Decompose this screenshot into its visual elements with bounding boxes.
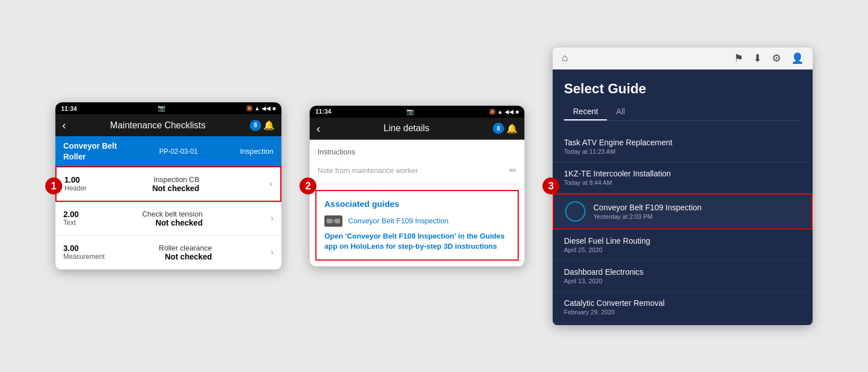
edit-icon[interactable]: ✏: [509, 165, 517, 176]
item-number-2: 2.00: [63, 210, 79, 219]
guide-open-text[interactable]: Open 'Conveyor Belt F109 Inspection' in …: [324, 231, 510, 252]
guide-date-0: Today at 11:23 AM: [564, 148, 801, 155]
settings-icon[interactable]: ⚙: [772, 52, 781, 64]
guide-list-item-5[interactable]: Catalytic Converter Removal February 29,…: [553, 292, 813, 323]
step-label-3: 3: [542, 178, 559, 194]
bell-icon-1[interactable]: 🔔: [263, 120, 275, 131]
guide-list-item-2[interactable]: Conveyor Belt F109 Inspection Yesterday …: [553, 193, 813, 230]
item-type-2: Text: [63, 219, 79, 227]
guide-title-2: Conveyor Belt F109 Inspection: [593, 203, 800, 212]
checklist-item-2[interactable]: 2.00 Text Check belt tension Not checked…: [55, 202, 281, 236]
item-right-2: Check belt tension Not checked: [142, 210, 202, 227]
checklist-item-1[interactable]: 1.00 Header Inspection CB Not checked ›: [55, 166, 281, 202]
instructions-label: Instructions: [310, 140, 524, 159]
guide-date-4: April 13, 2020: [564, 278, 801, 284]
nav-title-2: Line details: [325, 123, 488, 133]
item-left-1: 1.00 Header: [64, 175, 86, 192]
browser-icons: ⚑ ⬇ ⚙ 👤: [734, 52, 804, 64]
phone-screen-1: 11:34 📷 🔕 ▲ ◀◀ ■ ‹ Maintenance Checklist…: [55, 102, 281, 269]
item-type-3: Measurement: [63, 253, 105, 261]
tabs-row: Recent All: [564, 103, 801, 121]
associated-guides-box: Associated guides Conveyor Belt F109 Ins…: [315, 190, 519, 261]
guide-title-3: Diesel Fuel Line Routing: [564, 236, 801, 245]
item-status-2: Not checked: [142, 218, 202, 227]
item-left-2: 2.00 Text: [63, 210, 79, 227]
status-time-2: 11:34: [315, 108, 331, 115]
guide-list-item-3[interactable]: Diesel Fuel Line Routing April 25, 2020: [553, 230, 813, 261]
status-icon-placeholder: 📷: [158, 105, 166, 112]
step-label-2: 2: [300, 178, 316, 194]
user-icon[interactable]: 👤: [791, 52, 804, 64]
guide-date-5: February 29, 2020: [564, 309, 801, 315]
badge-bell-2: 8 🔔: [493, 123, 518, 134]
item-left-3: 3.00 Measurement: [63, 244, 105, 261]
device-name: Conveyor Belt Roller: [63, 141, 117, 161]
status-time-1: 11:34: [61, 105, 77, 112]
guide-list-item-0[interactable]: Task ATV Engine Replacement Today at 11:…: [553, 131, 813, 162]
chevron-icon-3: ›: [271, 247, 274, 257]
item-number-3: 3.00: [63, 244, 105, 253]
line-details-body: Instructions Note from maintenance worke…: [310, 140, 524, 266]
item-name-1: Inspection CB: [152, 175, 199, 184]
item-number-1: 1.00: [64, 175, 86, 184]
select-guide-title: Select Guide: [564, 81, 801, 97]
phone-screen-2: 11:34 📷 🔕 ▲ ◀◀ ■ ‹ Line details 8 🔔: [310, 106, 524, 266]
guide-item[interactable]: Conveyor Belt F109 Inspection: [324, 215, 510, 227]
guide-info-0: Task ATV Engine Replacement Today at 11:…: [564, 138, 801, 155]
step-label-1: 1: [45, 178, 62, 194]
chevron-icon-1: ›: [270, 179, 272, 189]
guide-title-4: Dashboard Electronics: [564, 267, 801, 276]
wifi-icon: ▲: [254, 105, 260, 111]
svg-rect-1: [335, 219, 340, 223]
status-bar-1: 11:34 📷 🔕 ▲ ◀◀ ■: [55, 102, 281, 114]
guide-info-5: Catalytic Converter Removal February 29,…: [564, 299, 801, 315]
item-status-1: Not checked: [152, 184, 199, 193]
item-right-1: Inspection CB Not checked: [152, 175, 199, 193]
battery-icon-2: ■: [515, 109, 519, 115]
guide-date-2: Yesterday at 2:03 PM: [593, 213, 800, 220]
guide-info-1: 1KZ-TE Intercooler Installation Today at…: [564, 169, 801, 186]
item-status-3: Not checked: [159, 252, 212, 261]
guide-title-1: 1KZ-TE Intercooler Installation: [564, 169, 801, 178]
bookmark-icon[interactable]: ⚑: [734, 52, 743, 64]
svg-rect-0: [327, 219, 332, 223]
select-guide-header: Select Guide Recent All: [553, 70, 813, 129]
checklist-item-3[interactable]: 3.00 Measurement Roller clearance Not ch…: [55, 236, 281, 270]
associated-guides-title: Associated guides: [324, 199, 510, 209]
guide-info-2: Conveyor Belt F109 Inspection Yesterday …: [593, 203, 800, 220]
item-right-3: Roller clearance Not checked: [159, 244, 212, 261]
guide-info-3: Diesel Fuel Line Routing April 25, 2020: [564, 236, 801, 253]
back-button-1[interactable]: ‹: [62, 119, 66, 132]
phone-screen-3: ⌂ ⚑ ⬇ ⚙ 👤 Select Guide Recent All: [553, 47, 813, 325]
guide-title-0: Task ATV Engine Replacement: [564, 138, 801, 147]
browser-bar: ⌂ ⚑ ⬇ ⚙ 👤: [553, 47, 813, 70]
hololens-icon: [324, 215, 342, 227]
device-type: Inspection: [240, 147, 274, 155]
wifi-icon-2: ▲: [497, 109, 503, 115]
guide-list: Task ATV Engine Replacement Today at 11:…: [553, 129, 813, 325]
badge-bell-1: 8 🔔: [250, 120, 275, 131]
guide-list-item-4[interactable]: Dashboard Electronics April 13, 2020: [553, 261, 813, 292]
guide-name[interactable]: Conveyor Belt F109 Inspection: [348, 217, 449, 225]
status-icons-2: 🔕 ▲ ◀◀ ■: [489, 109, 519, 115]
mute-icon-2: 🔕: [489, 109, 496, 115]
guide-date-3: April 25, 2020: [564, 246, 801, 253]
guide-list-item-1[interactable]: 1KZ-TE Intercooler Installation Today at…: [553, 162, 813, 193]
notification-badge-2: 8: [493, 123, 504, 134]
home-icon[interactable]: ⌂: [562, 52, 568, 64]
guide-date-1: Today at 8:44 AM: [564, 179, 801, 186]
device-code: PP-02-03-01: [159, 148, 198, 155]
status-icons-1: 🔕 ▲ ◀◀ ■: [246, 105, 276, 111]
select-guide-body: Select Guide Recent All Task ATV Engine …: [553, 70, 813, 325]
signal-icon: ◀◀: [262, 105, 271, 111]
guide-info-4: Dashboard Electronics April 13, 2020: [564, 267, 801, 284]
download-icon[interactable]: ⬇: [753, 52, 762, 64]
svg-rect-2: [332, 220, 335, 222]
tab-all[interactable]: All: [607, 103, 634, 120]
top-nav-1: ‹ Maintenance Checklists 8 🔔: [55, 114, 281, 136]
tab-recent[interactable]: Recent: [564, 103, 607, 120]
note-text: Note from maintenance worker: [318, 166, 418, 175]
bell-icon-2[interactable]: 🔔: [506, 123, 518, 134]
nav-title-1: Maintenance Checklists: [71, 120, 245, 131]
back-button-2[interactable]: ‹: [316, 122, 320, 135]
